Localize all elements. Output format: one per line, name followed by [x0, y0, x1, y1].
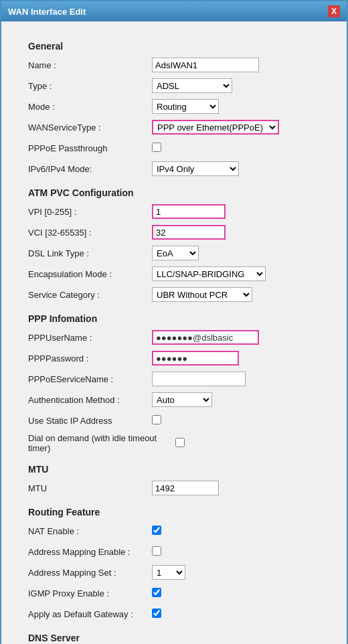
service-category-select-container: UBR Without PCR UBR With PCR CBR — [152, 287, 320, 302]
static-ip-row: Use Static IP Address — [28, 412, 320, 428]
dial-on-demand-label: Dial on demand (with idle timeout timer) — [28, 433, 175, 453]
ppp-password-label: PPPPassword : — [28, 353, 152, 364]
title-bar: WAN Interface Edit X — [1, 1, 347, 21]
pppoe-passthrough-row: PPPoE Passthrough — [28, 140, 320, 156]
service-category-select[interactable]: UBR Without PCR UBR With PCR CBR — [152, 287, 252, 302]
ppp-password-input-container — [152, 351, 320, 366]
ppp-username-input-container — [152, 330, 320, 345]
name-row: Name : — [28, 57, 320, 73]
nat-enable-row: NAT Enable : — [28, 523, 320, 539]
address-mapping-enable-label: Address Mapping Enable : — [28, 547, 152, 557]
ipv6-ipv4-mode-label: IPv6/IPv4 Mode: — [28, 164, 152, 174]
mtu-input-container — [152, 481, 320, 495]
pppoe-service-name-input[interactable] — [152, 372, 246, 386]
mode-label: Mode : — [28, 102, 152, 112]
auth-method-label: Authentication Method : — [28, 395, 152, 405]
auth-method-select[interactable]: Auto PAP CHAP — [152, 392, 212, 407]
pppoe-service-name-row: PPPoEServiceName : — [28, 371, 320, 387]
ppp-password-input[interactable] — [152, 351, 239, 366]
type-row: Type : ADSL VDSL Ethernet — [28, 78, 320, 94]
form-content: General Name : Type : ADSL VDSL Ethernet… — [1, 21, 347, 644]
address-mapping-enable-checkbox[interactable] — [152, 546, 161, 556]
address-mapping-enable-checkbox-container — [152, 546, 320, 558]
ppp-username-label: PPPUserName : — [28, 333, 152, 343]
static-ip-checkbox-container — [152, 415, 320, 426]
vci-label: VCI [32-65535] : — [28, 228, 152, 238]
ppp-password-row: PPPPassword : — [28, 350, 320, 366]
service-category-label: Service Category : — [28, 290, 152, 300]
dial-on-demand-row: Dial on demand (with idle timeout timer) — [28, 433, 320, 453]
apply-default-gateway-checkbox[interactable] — [152, 609, 161, 618]
general-section-title: General — [28, 41, 320, 52]
wan-service-type-label: WANServiceType : — [28, 123, 152, 133]
vci-row: VCI [32-65535] : — [28, 224, 320, 240]
ipv6-ipv4-mode-select-container: IPv4 Only IPv6 Only IPv4/IPv6 — [152, 161, 320, 176]
nat-enable-checkbox[interactable] — [152, 526, 161, 535]
dns-server-section-title: DNS Server — [28, 633, 320, 643]
pppoe-service-name-input-container — [152, 372, 320, 386]
window-title: WAN Interface Edit — [8, 7, 86, 17]
dsl-link-type-label: DSL Link Type : — [28, 248, 152, 258]
vpi-label: VPI [0-255] : — [28, 207, 152, 217]
vci-input[interactable] — [152, 225, 226, 240]
ppp-info-section-title: PPP Infomation — [28, 313, 320, 324]
address-mapping-set-select[interactable]: 1 2 3 — [152, 565, 185, 580]
dial-on-demand-checkbox[interactable] — [175, 438, 185, 447]
mtu-input[interactable] — [152, 481, 219, 495]
wan-service-type-row: WANServiceType : PPP over Ethernet(PPPoE… — [28, 119, 320, 135]
routing-feature-section-title: Routing Feature — [28, 507, 320, 517]
auth-method-row: Authentication Method : Auto PAP CHAP — [28, 392, 320, 408]
igmp-proxy-enable-label: IGMP Proxy Enable : — [28, 588, 152, 598]
wan-service-type-select-container: PPP over Ethernet(PPPoE) IPoE Bridge — [152, 120, 320, 135]
mtu-row: MTU — [28, 480, 320, 496]
auth-method-select-container: Auto PAP CHAP — [152, 392, 320, 407]
mode-select[interactable]: Routing Bridge — [152, 99, 219, 114]
vpi-input-container — [152, 204, 320, 219]
apply-default-gateway-checkbox-container — [152, 609, 320, 620]
igmp-proxy-enable-row: IGMP Proxy Enable : — [28, 585, 320, 601]
vpi-row: VPI [0-255] : — [28, 204, 320, 220]
apply-default-gateway-row: Apply as Default Gateway : — [28, 606, 320, 622]
close-button[interactable]: X — [328, 5, 340, 17]
wan-service-type-select[interactable]: PPP over Ethernet(PPPoE) IPoE Bridge — [152, 120, 279, 135]
ppp-username-input[interactable] — [152, 330, 259, 345]
pppoe-service-name-label: PPPoEServiceName : — [28, 374, 152, 384]
dial-on-demand-checkbox-container — [175, 438, 320, 449]
wan-interface-edit-window: WAN Interface Edit X General Name : Type… — [0, 0, 348, 644]
mode-select-container: Routing Bridge — [152, 99, 320, 114]
pppoe-passthrough-checkbox[interactable] — [152, 143, 161, 152]
ipv6-ipv4-mode-row: IPv6/IPv4 Mode: IPv4 Only IPv6 Only IPv4… — [28, 161, 320, 177]
name-field-container — [152, 58, 320, 72]
dsl-link-type-row: DSL Link Type : EoA PPPoA IPoA — [28, 245, 320, 261]
address-mapping-set-label: Address Mapping Set : — [28, 568, 152, 578]
mtu-section-title: MTU — [28, 464, 320, 475]
name-input[interactable] — [152, 58, 259, 72]
dsl-link-type-select[interactable]: EoA PPPoA IPoA — [152, 246, 199, 260]
encapsulation-mode-label: Encapsulation Mode : — [28, 269, 152, 279]
nat-enable-label: NAT Enable : — [28, 526, 152, 536]
vci-input-container — [152, 225, 320, 240]
type-label: Type : — [28, 81, 152, 91]
encapsulation-mode-row: Encapsulation Mode : LLC/SNAP-BRIDGING V… — [28, 266, 320, 282]
name-label: Name : — [28, 60, 152, 70]
encapsulation-mode-select-container: LLC/SNAP-BRIDGING VC/MUX — [152, 266, 320, 281]
nat-enable-checkbox-container — [152, 526, 320, 537]
ppp-username-row: PPPUserName : — [28, 329, 320, 345]
type-select-container: ADSL VDSL Ethernet — [152, 78, 320, 93]
service-category-row: Service Category : UBR Without PCR UBR W… — [28, 287, 320, 303]
address-mapping-enable-row: Address Mapping Enable : — [28, 544, 320, 560]
apply-default-gateway-label: Apply as Default Gateway : — [28, 609, 152, 619]
igmp-proxy-enable-checkbox[interactable] — [152, 588, 161, 597]
address-mapping-set-select-container: 1 2 3 — [152, 565, 320, 580]
ipv6-ipv4-mode-select[interactable]: IPv4 Only IPv6 Only IPv4/IPv6 — [152, 161, 239, 176]
static-ip-checkbox[interactable] — [152, 415, 161, 424]
mode-row: Mode : Routing Bridge — [28, 98, 320, 114]
encapsulation-mode-select[interactable]: LLC/SNAP-BRIDGING VC/MUX — [152, 266, 266, 281]
mtu-label: MTU — [28, 483, 152, 493]
atm-pvc-section-title: ATM PVC Configuration — [28, 187, 320, 198]
dsl-link-type-select-container: EoA PPPoA IPoA — [152, 246, 320, 260]
address-mapping-set-row: Address Mapping Set : 1 2 3 — [28, 564, 320, 580]
type-select[interactable]: ADSL VDSL Ethernet — [152, 78, 232, 93]
pppoe-passthrough-container — [152, 143, 320, 154]
vpi-input[interactable] — [152, 204, 226, 219]
